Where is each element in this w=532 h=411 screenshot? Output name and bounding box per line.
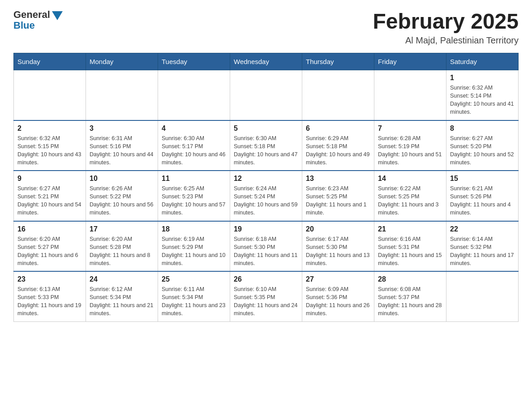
day-of-week-header: Monday — [86, 53, 158, 70]
day-number: 21 — [378, 225, 442, 233]
day-of-week-header: Saturday — [446, 53, 519, 70]
day-number: 10 — [90, 175, 154, 183]
calendar-cell: 23Sunrise: 6:13 AM Sunset: 5:33 PM Dayli… — [14, 271, 86, 321]
day-info: Sunrise: 6:11 AM Sunset: 5:34 PM Dayligh… — [162, 285, 226, 318]
calendar-cell: 26Sunrise: 6:10 AM Sunset: 5:35 PM Dayli… — [230, 271, 302, 321]
calendar-cell: 18Sunrise: 6:19 AM Sunset: 5:29 PM Dayli… — [158, 221, 230, 272]
day-number: 20 — [306, 225, 370, 233]
day-number: 2 — [17, 124, 82, 133]
calendar-cell: 16Sunrise: 6:20 AM Sunset: 5:27 PM Dayli… — [14, 221, 86, 272]
calendar-cell: 8Sunrise: 6:27 AM Sunset: 5:20 PM Daylig… — [446, 120, 519, 171]
calendar-header-row: SundayMondayTuesdayWednesdayThursdayFrid… — [14, 53, 519, 70]
day-info: Sunrise: 6:29 AM Sunset: 5:18 PM Dayligh… — [306, 134, 370, 167]
day-info: Sunrise: 6:10 AM Sunset: 5:35 PM Dayligh… — [234, 285, 298, 318]
day-info: Sunrise: 6:14 AM Sunset: 5:32 PM Dayligh… — [450, 235, 515, 268]
calendar-cell: 9Sunrise: 6:27 AM Sunset: 5:21 PM Daylig… — [14, 171, 86, 221]
title-section: February 2025 Al Majd, Palestinian Terri… — [373, 9, 519, 46]
calendar-cell: 6Sunrise: 6:29 AM Sunset: 5:18 PM Daylig… — [302, 120, 374, 171]
logo-general-text: General — [13, 9, 50, 21]
calendar-cell — [86, 70, 158, 120]
day-of-week-header: Sunday — [14, 53, 86, 70]
day-info: Sunrise: 6:09 AM Sunset: 5:36 PM Dayligh… — [306, 285, 370, 318]
calendar-cell: 3Sunrise: 6:31 AM Sunset: 5:16 PM Daylig… — [86, 120, 158, 171]
day-number: 13 — [306, 175, 370, 183]
calendar-cell — [230, 70, 302, 120]
day-number: 24 — [90, 275, 154, 283]
day-number: 28 — [378, 275, 442, 283]
calendar-cell — [446, 271, 519, 321]
day-info: Sunrise: 6:28 AM Sunset: 5:19 PM Dayligh… — [378, 134, 442, 167]
day-info: Sunrise: 6:24 AM Sunset: 5:24 PM Dayligh… — [234, 184, 298, 217]
calendar-cell: 14Sunrise: 6:22 AM Sunset: 5:25 PM Dayli… — [374, 171, 446, 221]
calendar-cell: 19Sunrise: 6:18 AM Sunset: 5:30 PM Dayli… — [230, 221, 302, 272]
day-number: 17 — [90, 225, 154, 233]
calendar-cell — [158, 70, 230, 120]
day-info: Sunrise: 6:27 AM Sunset: 5:21 PM Dayligh… — [17, 184, 82, 217]
day-info: Sunrise: 6:08 AM Sunset: 5:37 PM Dayligh… — [378, 285, 442, 318]
day-info: Sunrise: 6:30 AM Sunset: 5:17 PM Dayligh… — [162, 134, 226, 167]
day-info: Sunrise: 6:31 AM Sunset: 5:16 PM Dayligh… — [90, 134, 154, 167]
calendar-cell — [302, 70, 374, 120]
day-info: Sunrise: 6:16 AM Sunset: 5:31 PM Dayligh… — [378, 235, 442, 268]
calendar-cell: 20Sunrise: 6:17 AM Sunset: 5:30 PM Dayli… — [302, 221, 374, 272]
day-info: Sunrise: 6:21 AM Sunset: 5:26 PM Dayligh… — [450, 184, 515, 217]
day-info: Sunrise: 6:23 AM Sunset: 5:25 PM Dayligh… — [306, 184, 370, 217]
day-info: Sunrise: 6:27 AM Sunset: 5:20 PM Dayligh… — [450, 134, 515, 167]
calendar-cell: 7Sunrise: 6:28 AM Sunset: 5:19 PM Daylig… — [374, 120, 446, 171]
calendar-cell: 1Sunrise: 6:32 AM Sunset: 5:14 PM Daylig… — [446, 70, 519, 120]
day-number: 7 — [378, 124, 442, 133]
day-number: 25 — [162, 275, 226, 283]
calendar-cell: 4Sunrise: 6:30 AM Sunset: 5:17 PM Daylig… — [158, 120, 230, 171]
day-info: Sunrise: 6:18 AM Sunset: 5:30 PM Dayligh… — [234, 235, 298, 268]
day-number: 3 — [90, 124, 154, 133]
month-title: February 2025 — [373, 9, 519, 34]
calendar-cell: 28Sunrise: 6:08 AM Sunset: 5:37 PM Dayli… — [374, 271, 446, 321]
calendar-cell: 15Sunrise: 6:21 AM Sunset: 5:26 PM Dayli… — [446, 171, 519, 221]
page-header: General Blue February 2025 Al Majd, Pale… — [13, 9, 519, 46]
day-number: 26 — [234, 275, 298, 283]
day-number: 9 — [17, 175, 82, 183]
calendar-cell: 22Sunrise: 6:14 AM Sunset: 5:32 PM Dayli… — [446, 221, 519, 272]
day-info: Sunrise: 6:20 AM Sunset: 5:27 PM Dayligh… — [17, 235, 82, 268]
logo: General Blue — [13, 9, 63, 31]
day-info: Sunrise: 6:26 AM Sunset: 5:22 PM Dayligh… — [90, 184, 154, 217]
calendar-cell: 27Sunrise: 6:09 AM Sunset: 5:36 PM Dayli… — [302, 271, 374, 321]
day-number: 12 — [234, 175, 298, 183]
calendar-cell — [374, 70, 446, 120]
calendar-cell: 2Sunrise: 6:32 AM Sunset: 5:15 PM Daylig… — [14, 120, 86, 171]
day-number: 1 — [450, 74, 515, 82]
day-of-week-header: Friday — [374, 53, 446, 70]
day-number: 5 — [234, 124, 298, 133]
day-number: 16 — [17, 225, 82, 233]
day-number: 6 — [306, 124, 370, 133]
logo-arrow-icon — [52, 11, 63, 20]
calendar-cell: 21Sunrise: 6:16 AM Sunset: 5:31 PM Dayli… — [374, 221, 446, 272]
calendar-cell: 24Sunrise: 6:12 AM Sunset: 5:34 PM Dayli… — [86, 271, 158, 321]
day-of-week-header: Thursday — [302, 53, 374, 70]
calendar-cell: 12Sunrise: 6:24 AM Sunset: 5:24 PM Dayli… — [230, 171, 302, 221]
day-number: 4 — [162, 124, 226, 133]
day-info: Sunrise: 6:30 AM Sunset: 5:18 PM Dayligh… — [234, 134, 298, 167]
day-number: 23 — [17, 275, 82, 283]
calendar-cell: 13Sunrise: 6:23 AM Sunset: 5:25 PM Dayli… — [302, 171, 374, 221]
day-info: Sunrise: 6:22 AM Sunset: 5:25 PM Dayligh… — [378, 184, 442, 217]
calendar-cell: 11Sunrise: 6:25 AM Sunset: 5:23 PM Dayli… — [158, 171, 230, 221]
calendar-table: SundayMondayTuesdayWednesdayThursdayFrid… — [13, 53, 519, 322]
calendar-cell: 10Sunrise: 6:26 AM Sunset: 5:22 PM Dayli… — [86, 171, 158, 221]
location-text: Al Majd, Palestinian Territory — [373, 35, 519, 46]
logo-blue-text: Blue — [13, 20, 35, 31]
day-info: Sunrise: 6:32 AM Sunset: 5:14 PM Dayligh… — [450, 84, 515, 116]
day-number: 8 — [450, 124, 515, 133]
calendar-cell — [14, 70, 86, 120]
calendar-cell: 25Sunrise: 6:11 AM Sunset: 5:34 PM Dayli… — [158, 271, 230, 321]
day-info: Sunrise: 6:32 AM Sunset: 5:15 PM Dayligh… — [17, 134, 82, 167]
day-number: 27 — [306, 275, 370, 283]
day-number: 14 — [378, 175, 442, 183]
day-info: Sunrise: 6:25 AM Sunset: 5:23 PM Dayligh… — [162, 184, 226, 217]
day-number: 15 — [450, 175, 515, 183]
day-of-week-header: Wednesday — [230, 53, 302, 70]
day-of-week-header: Tuesday — [158, 53, 230, 70]
day-number: 11 — [162, 175, 226, 183]
day-number: 19 — [234, 225, 298, 233]
day-info: Sunrise: 6:19 AM Sunset: 5:29 PM Dayligh… — [162, 235, 226, 268]
